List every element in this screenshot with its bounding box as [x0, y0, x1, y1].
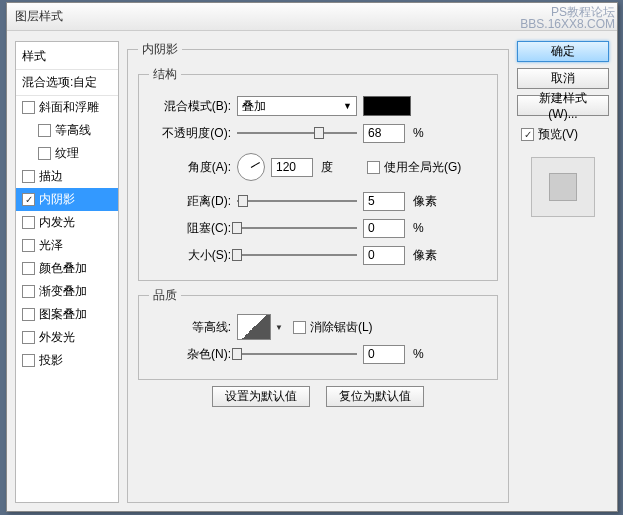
sidebar-check-stroke[interactable] [22, 170, 35, 183]
chevron-down-icon: ▼ [343, 101, 352, 111]
sidebar-check-drop-shadow[interactable] [22, 354, 35, 367]
choke-label: 阻塞(C): [149, 220, 237, 237]
panel-fieldset: 内阴影 结构 混合模式(B): 叠加 ▼ 不透明度(O): [127, 41, 509, 503]
dialog-title: 图层样式 [15, 8, 63, 25]
contour-label: 等高线: [149, 319, 237, 336]
style-header[interactable]: 样式 [16, 44, 118, 70]
sidebar-check-contour[interactable] [38, 124, 51, 137]
choke-input[interactable] [363, 219, 405, 238]
inner-shadow-panel: 内阴影 结构 混合模式(B): 叠加 ▼ 不透明度(O): [127, 41, 509, 503]
size-input[interactable] [363, 246, 405, 265]
sidebar-check-color-ov[interactable] [22, 262, 35, 275]
antialias-label: 消除锯齿(L) [310, 319, 373, 336]
preview-swatch [531, 157, 595, 217]
sidebar-label-grad-ov: 渐变叠加 [39, 283, 87, 300]
sidebar-check-grad-ov[interactable] [22, 285, 35, 298]
watermark-2: BBS.16XX8.COM [520, 18, 615, 30]
opacity-label: 不透明度(O): [149, 125, 237, 142]
sidebar-label-stroke: 描边 [39, 168, 63, 185]
sidebar-check-outer-glow[interactable] [22, 331, 35, 344]
blend-options-header[interactable]: 混合选项:自定 [16, 70, 118, 96]
preview-checkbox[interactable] [521, 128, 534, 141]
sidebar-item-drop-shadow[interactable]: 投影 [16, 349, 118, 372]
sidebar-label-inner-shadow: 内阴影 [39, 191, 75, 208]
sidebar-check-patt-ov[interactable] [22, 308, 35, 321]
angle-label: 角度(A): [149, 159, 237, 176]
opacity-slider[interactable] [237, 126, 357, 140]
layer-style-dialog: 图层样式 样式 混合选项:自定 斜面和浮雕等高线纹理描边内阴影内发光光泽颜色叠加… [6, 2, 618, 512]
sidebar-item-patt-ov[interactable]: 图案叠加 [16, 303, 118, 326]
choke-slider[interactable] [237, 221, 357, 235]
global-light-checkbox[interactable] [367, 161, 380, 174]
opacity-input[interactable] [363, 124, 405, 143]
antialias-checkbox[interactable] [293, 321, 306, 334]
blend-mode-value: 叠加 [242, 98, 266, 115]
sidebar-check-bevel[interactable] [22, 101, 35, 114]
sidebar-check-texture[interactable] [38, 147, 51, 160]
preview-label: 预览(V) [538, 126, 578, 143]
sidebar-label-texture: 纹理 [55, 145, 79, 162]
distance-unit: 像素 [413, 193, 449, 210]
sidebar-item-contour[interactable]: 等高线 [16, 119, 118, 142]
size-slider[interactable] [237, 248, 357, 262]
distance-slider[interactable] [237, 194, 357, 208]
structure-group: 结构 混合模式(B): 叠加 ▼ 不透明度(O): % [138, 66, 498, 281]
sidebar-item-inner-shadow[interactable]: 内阴影 [16, 188, 118, 211]
sidebar-item-texture[interactable]: 纹理 [16, 142, 118, 165]
sidebar-label-drop-shadow: 投影 [39, 352, 63, 369]
new-style-button[interactable]: 新建样式(W)... [517, 95, 609, 116]
sidebar-item-inner-glow[interactable]: 内发光 [16, 211, 118, 234]
noise-label: 杂色(N): [149, 346, 237, 363]
blend-mode-dropdown[interactable]: 叠加 ▼ [237, 96, 357, 116]
quality-group: 品质 等高线: ▼ 消除锯齿(L) 杂色(N): % [138, 287, 498, 380]
sidebar-item-outer-glow[interactable]: 外发光 [16, 326, 118, 349]
distance-label: 距离(D): [149, 193, 237, 210]
sidebar-item-stroke[interactable]: 描边 [16, 165, 118, 188]
sidebar-label-inner-glow: 内发光 [39, 214, 75, 231]
sidebar-item-satin[interactable]: 光泽 [16, 234, 118, 257]
sidebar-label-satin: 光泽 [39, 237, 63, 254]
noise-unit: % [413, 347, 449, 361]
size-unit: 像素 [413, 247, 449, 264]
sidebar-item-bevel[interactable]: 斜面和浮雕 [16, 96, 118, 119]
sidebar-label-patt-ov: 图案叠加 [39, 306, 87, 323]
angle-input[interactable] [271, 158, 313, 177]
sidebar-check-inner-shadow[interactable] [22, 193, 35, 206]
sidebar-label-contour: 等高线 [55, 122, 91, 139]
angle-dial[interactable] [237, 153, 265, 181]
choke-unit: % [413, 221, 449, 235]
sidebar-check-inner-glow[interactable] [22, 216, 35, 229]
distance-input[interactable] [363, 192, 405, 211]
sidebar-label-bevel: 斜面和浮雕 [39, 99, 99, 116]
sidebar-item-color-ov[interactable]: 颜色叠加 [16, 257, 118, 280]
structure-legend: 结构 [149, 66, 181, 83]
contour-dropdown-icon[interactable]: ▼ [275, 323, 283, 332]
contour-picker[interactable] [237, 314, 271, 340]
reset-default-button[interactable]: 复位为默认值 [326, 386, 424, 407]
angle-unit: 度 [321, 159, 357, 176]
blend-mode-label: 混合模式(B): [149, 98, 237, 115]
sidebar-check-satin[interactable] [22, 239, 35, 252]
sidebar-label-outer-glow: 外发光 [39, 329, 75, 346]
noise-input[interactable] [363, 345, 405, 364]
panel-title: 内阴影 [138, 41, 182, 58]
dialog-actions: 确定 取消 新建样式(W)... 预览(V) [517, 41, 609, 503]
ok-button[interactable]: 确定 [517, 41, 609, 62]
opacity-unit: % [413, 126, 449, 140]
style-list: 样式 混合选项:自定 斜面和浮雕等高线纹理描边内阴影内发光光泽颜色叠加渐变叠加图… [15, 41, 119, 503]
sidebar-label-color-ov: 颜色叠加 [39, 260, 87, 277]
size-label: 大小(S): [149, 247, 237, 264]
noise-slider[interactable] [237, 347, 357, 361]
cancel-button[interactable]: 取消 [517, 68, 609, 89]
shadow-color-swatch[interactable] [363, 96, 411, 116]
sidebar-item-grad-ov[interactable]: 渐变叠加 [16, 280, 118, 303]
global-light-label: 使用全局光(G) [384, 159, 461, 176]
make-default-button[interactable]: 设置为默认值 [212, 386, 310, 407]
quality-legend: 品质 [149, 287, 181, 304]
